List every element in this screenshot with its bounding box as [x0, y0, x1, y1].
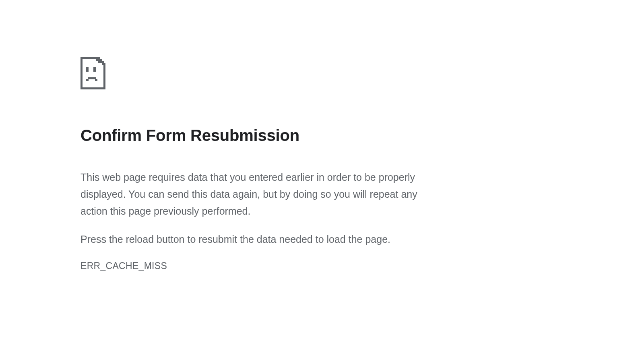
- svg-rect-16: [95, 79, 97, 81]
- svg-rect-14: [88, 77, 96, 79]
- svg-rect-5: [98, 59, 100, 61]
- sad-page-icon-wrap: [80, 57, 419, 89]
- svg-rect-9: [102, 63, 105, 65]
- page-heading: Confirm Form Resubmission: [80, 126, 419, 145]
- svg-rect-8: [102, 61, 104, 63]
- svg-rect-15: [86, 79, 89, 81]
- explanation-paragraph-1: This web page requires data that you ent…: [80, 169, 419, 219]
- svg-rect-11: [98, 61, 100, 63]
- svg-rect-6: [100, 59, 102, 61]
- svg-rect-13: [93, 67, 96, 72]
- svg-rect-7: [100, 61, 102, 63]
- error-page-container: Confirm Form Resubmission This web page …: [0, 0, 499, 271]
- svg-rect-4: [98, 57, 100, 59]
- sad-page-icon: [80, 57, 419, 89]
- svg-rect-12: [86, 67, 89, 72]
- svg-rect-0: [80, 57, 83, 89]
- svg-rect-1: [80, 87, 105, 89]
- error-code: ERR_CACHE_MISS: [80, 261, 419, 271]
- svg-rect-3: [80, 57, 98, 59]
- svg-rect-10: [96, 59, 98, 61]
- svg-rect-2: [103, 64, 105, 89]
- explanation-paragraph-2: Press the reload button to resubmit the …: [80, 231, 419, 248]
